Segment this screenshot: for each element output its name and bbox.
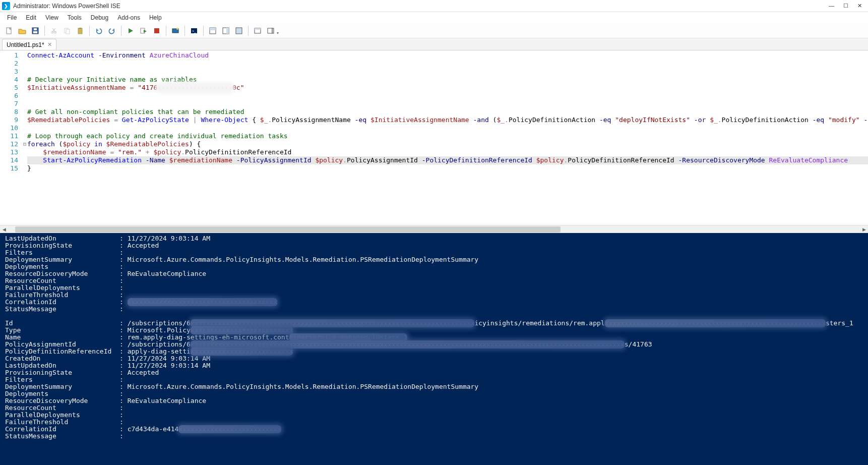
code-line: $InitiativeAssignmentName = "4176xxxxxxx… — [27, 84, 868, 92]
menu-file[interactable]: File — [3, 13, 21, 22]
menu-view[interactable]: View — [41, 13, 63, 22]
remote-button[interactable] — [169, 25, 181, 37]
minimize-button[interactable]: — — [829, 3, 834, 9]
save-file-button[interactable] — [29, 25, 41, 37]
menu-tools[interactable]: Tools — [64, 13, 86, 22]
console-line: ParallelDeployments : — [5, 284, 863, 292]
redo-button[interactable] — [106, 25, 118, 37]
cut-button — [48, 25, 60, 37]
console-pane[interactable]: LastUpdatedOn : 11/27/2024 9:03:14 AMPro… — [0, 233, 868, 465]
open-file-button[interactable] — [16, 25, 28, 37]
layout-right-button[interactable] — [220, 25, 232, 37]
toolbar-separator — [89, 26, 90, 36]
console-line: Name : rem.apply-diag-settings-eh-micros… — [5, 334, 863, 341]
toolbar-separator — [166, 26, 166, 36]
file-tab[interactable]: Untitled1.ps1* ✕ — [2, 39, 56, 50]
console-line: CorrelationId : c7d434da-e414xxxxxxxxxxx… — [5, 426, 863, 433]
console-line: LastUpdatedOn : 11/27/2024 9:03:14 AM — [5, 362, 863, 369]
code-line — [27, 100, 868, 108]
titlebar: ❯ Administrator: Windows PowerShell ISE … — [0, 0, 868, 12]
copy-button — [61, 25, 73, 37]
run-selection-button[interactable] — [138, 25, 150, 37]
svg-rect-22 — [255, 28, 261, 30]
menu-help[interactable]: Help — [145, 13, 166, 22]
close-icon[interactable]: ✕ — [47, 41, 52, 48]
console-line — [5, 313, 863, 320]
toolbar-separator — [184, 26, 185, 36]
console-line: DeploymentSummary : Microsoft.Azure.Comm… — [5, 383, 863, 390]
toolbar-overflow-icon[interactable]: ▾ — [277, 31, 279, 35]
svg-rect-9 — [79, 28, 81, 29]
script-editor[interactable]: 123456789101112131415 ⊟ Connect-AzAccoun… — [0, 50, 868, 225]
toolbar-separator — [203, 26, 204, 36]
console-line: ProvisioningState : Accepted — [5, 242, 863, 249]
undo-button[interactable] — [93, 25, 105, 37]
svg-rect-20 — [236, 28, 242, 34]
stop-button[interactable] — [151, 25, 163, 37]
console-line: ProvisioningState : Accepted — [5, 369, 863, 376]
code-line — [27, 68, 868, 76]
svg-rect-7 — [66, 29, 70, 34]
svg-rect-11 — [154, 28, 159, 33]
menu-debug[interactable]: Debug — [87, 13, 112, 22]
window-title: Administrator: Windows PowerShell ISE — [13, 3, 120, 10]
code-line: # Declare your Initiative name as variab… — [27, 76, 868, 84]
app-icon: ❯ — [2, 2, 10, 10]
console-line: LastUpdatedOn : 11/27/2024 9:03:14 AM — [5, 235, 863, 242]
menubar: FileEditViewToolsDebugAdd-onsHelp — [0, 12, 868, 23]
editor-horizontal-scrollbar[interactable]: ◀ ▶ — [0, 225, 868, 233]
fold-column: ⊟ — [22, 50, 27, 225]
toolbar-separator — [121, 26, 121, 36]
code-line — [27, 60, 868, 68]
start-powershell-button[interactable]: >_ — [188, 25, 200, 37]
code-line: } — [27, 164, 868, 172]
console-line: ParallelDeployments : — [5, 412, 863, 419]
console-line: StatusMessage : — [5, 433, 863, 440]
svg-rect-23 — [268, 28, 272, 33]
run-script-button[interactable] — [125, 25, 137, 37]
toolbar: >_▾ — [0, 23, 868, 38]
code-line: # Loop through each policy and create in… — [27, 132, 868, 140]
console-line: ResourceDiscoveryMode : ReEvaluateCompli… — [5, 397, 863, 404]
scrollbar-thumb[interactable] — [15, 226, 561, 233]
close-button[interactable]: ✕ — [857, 3, 862, 9]
console-line: StatusMessage : — [5, 306, 863, 313]
code-line: foreach ($policy in $RemediatablePolicie… — [27, 140, 868, 148]
layout-max-button[interactable] — [233, 25, 245, 37]
console-line: Type : Microsoft.Policyxxxxxxxxxxxxxxxxx… — [5, 327, 863, 334]
show-command-addon-button[interactable] — [265, 25, 277, 37]
menu-add-ons[interactable]: Add-ons — [113, 13, 144, 22]
console-line: DeploymentSummary : Microsoft.Azure.Comm… — [5, 256, 863, 263]
code-line: $remediationName = "rem." + $policy.Poli… — [27, 148, 868, 156]
code-line: $RemediatablePolicies = Get-AzPolicyStat… — [27, 116, 868, 124]
svg-rect-17 — [210, 28, 216, 30]
console-line: CorrelationId : xxxxxxxxxxxxxxxxxxxxxxxx… — [5, 299, 863, 306]
paste-button[interactable] — [74, 25, 86, 37]
console-line: FailureThreshold : — [5, 292, 863, 299]
scroll-right-arrow-icon[interactable]: ▶ — [860, 225, 868, 233]
console-line: CreatedOn : 11/27/2024 9:03:14 AM — [5, 355, 863, 362]
console-line: Deployments : — [5, 263, 863, 270]
maximize-button[interactable]: ☐ — [843, 3, 848, 9]
code-line: Start-AzPolicyRemediation -Name $remedia… — [27, 156, 868, 164]
console-line: ResourceCount : — [5, 404, 863, 412]
code-area[interactable]: Connect-AzAccount -Environment AzureChin… — [27, 50, 868, 225]
svg-rect-19 — [226, 28, 229, 34]
code-line: Connect-AzAccount -Environment AzureChin… — [27, 51, 868, 60]
scroll-left-arrow-icon[interactable]: ◀ — [0, 225, 8, 233]
svg-rect-8 — [78, 28, 82, 34]
show-command-button[interactable] — [252, 25, 264, 37]
layout-top-button[interactable] — [207, 25, 219, 37]
code-line: # Get all non-compliant policies that ca… — [27, 108, 868, 116]
svg-point-13 — [176, 28, 178, 30]
menu-edit[interactable]: Edit — [22, 13, 40, 22]
console-line: PolicyDefinitionReferenceId : apply-diag… — [5, 348, 863, 355]
svg-rect-24 — [272, 28, 274, 33]
tab-label: Untitled1.ps1* — [7, 41, 44, 48]
console-line: FailureThreshold : — [5, 419, 863, 426]
console-line: PolicyAssignmentId : /subscriptions/6xxx… — [5, 341, 863, 348]
toolbar-separator — [248, 26, 249, 36]
svg-rect-2 — [33, 31, 37, 33]
line-gutter: 123456789101112131415 — [0, 50, 22, 225]
new-file-button[interactable] — [3, 25, 15, 37]
